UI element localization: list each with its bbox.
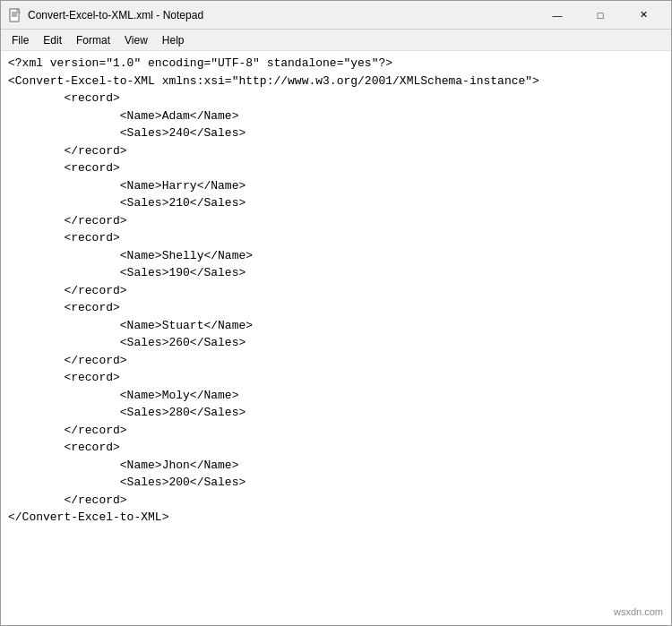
- title-bar-controls: — □ ✕: [537, 4, 664, 26]
- menu-file[interactable]: File: [4, 32, 36, 48]
- window-title: Convert-Excel-to-XML.xml - Notepad: [28, 9, 203, 21]
- title-bar: Convert-Excel-to-XML.xml - Notepad — □ ✕: [1, 1, 671, 30]
- text-content[interactable]: <?xml version="1.0" encoding="UTF-8" sta…: [1, 51, 671, 625]
- maximize-button[interactable]: □: [580, 4, 621, 26]
- menu-view[interactable]: View: [117, 32, 155, 48]
- menu-edit[interactable]: Edit: [36, 32, 69, 48]
- watermark: wsxdn.com: [614, 606, 663, 617]
- minimize-button[interactable]: —: [537, 4, 578, 26]
- app-icon: [8, 8, 22, 22]
- menu-format[interactable]: Format: [69, 32, 117, 48]
- menu-help[interactable]: Help: [155, 32, 192, 48]
- close-button[interactable]: ✕: [623, 4, 664, 26]
- menu-bar: File Edit Format View Help: [1, 30, 671, 51]
- title-bar-left: Convert-Excel-to-XML.xml - Notepad: [8, 8, 203, 22]
- notepad-window: Convert-Excel-to-XML.xml - Notepad — □ ✕…: [0, 0, 672, 626]
